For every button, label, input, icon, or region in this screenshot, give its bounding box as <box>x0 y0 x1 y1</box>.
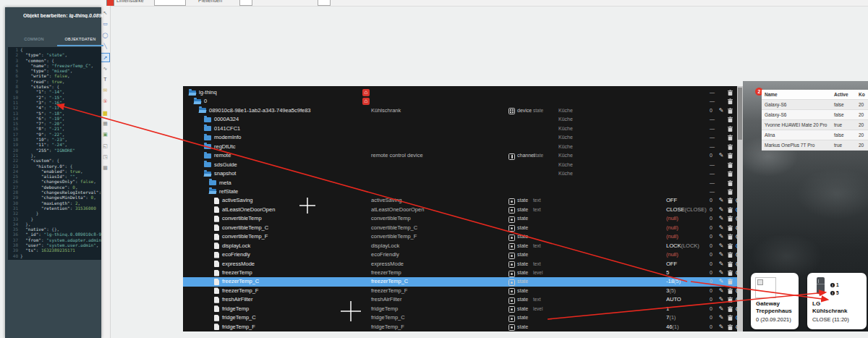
tree-row[interactable]: 0141CFC1Küche— <box>183 124 737 133</box>
object-subtype-label: level <box>533 305 542 313</box>
tree-scrollbar-thumb[interactable] <box>738 88 742 140</box>
edit-object-button[interactable]: ✎ <box>718 242 725 250</box>
delete-object-button[interactable] <box>726 295 733 304</box>
delete-object-button[interactable] <box>726 133 733 142</box>
speechbubble-tool[interactable]: ✉ <box>101 86 109 94</box>
tree-row[interactable]: modemInfoKüche— <box>183 133 737 142</box>
code-line: 1{ <box>8 47 101 52</box>
delete-object-button[interactable] <box>726 206 733 214</box>
delete-object-button[interactable] <box>726 287 733 295</box>
delete-object-button[interactable] <box>726 323 733 331</box>
delete-object-button[interactable] <box>726 305 733 313</box>
border-tool[interactable]: ◳ <box>101 153 109 161</box>
tree-row[interactable]: meta— <box>183 179 737 187</box>
arrow-heads-dropdown[interactable] <box>239 0 252 6</box>
edit-object-button[interactable]: ✎ <box>718 260 725 269</box>
crop-tool[interactable]: ▩ <box>101 164 109 172</box>
json-code-editor[interactable]: 1{2 "type": "state",3 "common": {4 "name… <box>8 47 101 260</box>
edit-object-button[interactable]: ✎ <box>718 224 725 232</box>
delete-object-button[interactable] <box>726 224 733 232</box>
tree-row[interactable]: 0⌂— <box>183 97 737 106</box>
delete-object-button[interactable] <box>726 97 733 106</box>
tree-row[interactable]: freshAirFilterfreshAirFilterstatetextAUT… <box>183 295 737 304</box>
delete-object-button[interactable] <box>726 115 733 124</box>
edit-object-button[interactable]: ✎ <box>718 232 725 241</box>
delete-object-button[interactable] <box>726 214 733 223</box>
toolbar-extra-button[interactable] <box>318 0 331 6</box>
edit-object-button[interactable]: ✎ <box>718 151 725 160</box>
delete-object-button[interactable] <box>726 187 733 196</box>
delete-object-button[interactable] <box>726 151 733 160</box>
object-type-label: state <box>517 295 528 304</box>
tree-row[interactable]: ecoFriendlyecoFriendlystate(null)0✎⚙ <box>183 250 737 259</box>
tree-row[interactable]: convertibleTemp_FconvertibleTemp_Fstate(… <box>183 232 737 241</box>
delete-object-button[interactable] <box>726 106 733 115</box>
delete-object-button[interactable] <box>726 260 733 269</box>
freehand-tool[interactable]: ∿ <box>101 64 109 72</box>
tree-row[interactable]: regDtUtcKüche— <box>183 143 737 151</box>
delete-object-button[interactable] <box>726 313 733 322</box>
gateway-card[interactable]: Gateway Treppenhaus 0 (20.09.2021) <box>751 273 799 329</box>
delete-object-button[interactable] <box>726 269 733 277</box>
edit-object-button[interactable]: ✎ <box>718 196 725 205</box>
edit-object-button[interactable]: ✎ <box>718 269 725 277</box>
delete-object-button[interactable] <box>726 88 733 97</box>
edit-object-button[interactable]: ✎ <box>718 295 725 304</box>
tree-item-label: freshAirFilter <box>222 296 253 303</box>
tree-row[interactable]: expressModeexpressModestatetextOFF0✎⚙ <box>183 260 737 269</box>
tree-row[interactable]: freezerTemp_CfreezerTemp_Cstate-18(5)0✎⚙ <box>183 277 737 286</box>
arrow-tool[interactable]: ↗ <box>101 53 110 62</box>
delete-object-button[interactable] <box>726 169 733 178</box>
tree-row[interactable]: fridgeTempfridgeTempstatelevel10✎⚙ <box>183 305 737 313</box>
image-tool[interactable]: ▣ <box>101 130 109 138</box>
object-type-label: state <box>517 287 528 295</box>
tab-objectdata[interactable]: OBJEKTDATEN <box>57 35 103 46</box>
tree-row[interactable]: fridgeTemp_FfridgeTemp_Fstate46(1)0✎⚙ <box>183 323 737 331</box>
delete-object-button[interactable] <box>726 196 733 205</box>
delete-object-button[interactable] <box>726 179 733 187</box>
tree-row[interactable]: convertibleTempconvertibleTempstate(null… <box>183 214 737 223</box>
edit-object-button[interactable]: ✎ <box>718 305 725 313</box>
shadow-tool[interactable]: ◱ <box>101 142 109 150</box>
counter-tool[interactable]: ① <box>101 97 109 105</box>
edit-object-button[interactable]: ✎ <box>718 323 725 331</box>
edit-object-button[interactable]: ✎ <box>718 313 725 322</box>
rectangle-tool[interactable]: ▭ <box>101 20 109 28</box>
edit-object-button[interactable]: ✎ <box>718 214 725 223</box>
tree-row[interactable]: 089010c8-98e1-1ab2-a343-749ea5c9fe83Kühl… <box>183 106 737 115</box>
edit-object-button[interactable]: ✎ <box>718 206 725 214</box>
tree-row[interactable]: displayLockdisplayLockstatetextLOCK(LOCK… <box>183 242 737 250</box>
tree-row[interactable]: activeSavingactiveSavingstatetextOFF0✎⚙ <box>183 196 737 205</box>
tab-common[interactable]: COMMON <box>14 35 54 45</box>
edit-object-button[interactable]: ✎ <box>718 106 725 115</box>
obfuscate-tool[interactable]: ▦ <box>101 119 109 127</box>
tree-row[interactable]: convertibleTemp_CconvertibleTemp_Cstate(… <box>183 224 737 232</box>
tree-row[interactable]: fridgeTemp_CfridgeTemp_Cstate7(1)0✎⚙ <box>183 313 737 322</box>
tree-row[interactable]: 0000A324Küche— <box>183 115 737 124</box>
delete-object-button[interactable] <box>726 143 733 151</box>
col-name: Name <box>765 90 778 99</box>
edit-object-button[interactable]: ✎ <box>718 277 725 286</box>
edit-object-button[interactable]: ✎ <box>718 287 725 295</box>
delete-object-button[interactable] <box>726 250 733 259</box>
delete-object-button[interactable] <box>726 277 733 286</box>
fridge-card[interactable]: i1 i5 LG Kühlschrank CLOSE (11:20) <box>807 273 867 329</box>
text-tool[interactable]: T <box>101 75 109 83</box>
tree-row[interactable]: refState— <box>183 187 737 196</box>
code-line: 39 "ts": 1632389235171 <box>8 248 101 253</box>
tree-row[interactable]: atLeastOneDoorOpenatLeastOneDoorOpenstat… <box>183 206 737 214</box>
delete-object-button[interactable] <box>726 242 733 250</box>
tree-row[interactable]: remoteremote control devicechannelstateK… <box>183 151 737 160</box>
tree-row[interactable]: lg-thinq⌂— <box>183 88 737 97</box>
tree-scrollbar[interactable] <box>737 86 743 331</box>
delete-object-button[interactable] <box>726 124 733 133</box>
edit-object-button[interactable]: ✎ <box>718 250 725 259</box>
tree-row[interactable]: snapshotKüche— <box>183 169 737 178</box>
tree-row[interactable]: freezerTempfreezerTempstatelevel50✎⚙ <box>183 269 737 277</box>
tree-row[interactable]: freezerTemp_FfreezerTemp_Fstate3(5)0✎⚙ <box>183 287 737 295</box>
tree-row[interactable]: sdsGuideKüche— <box>183 161 737 169</box>
line-thickness-field[interactable] <box>154 0 186 6</box>
delete-object-button[interactable] <box>726 232 733 241</box>
highlighter-tool[interactable]: ▆ <box>101 109 109 117</box>
delete-object-button[interactable] <box>726 161 733 169</box>
